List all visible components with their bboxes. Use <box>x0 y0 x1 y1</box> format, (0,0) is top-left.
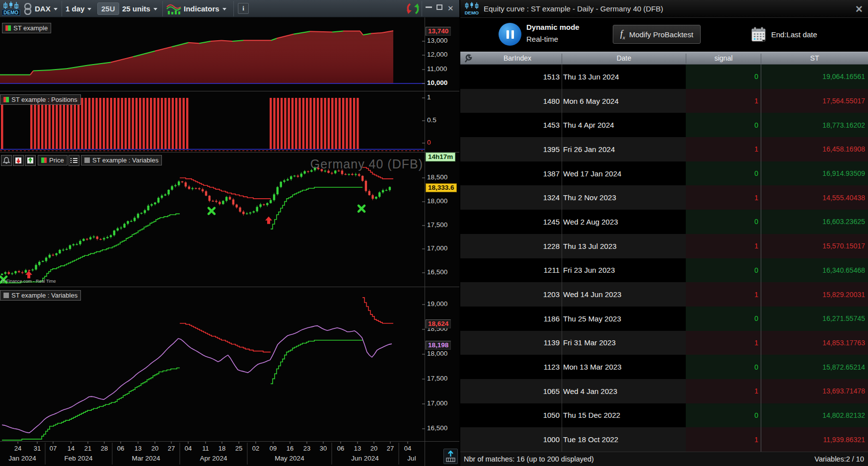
units-dropdown[interactable]: 25 units <box>122 0 157 17</box>
cell-signal[interactable]: 0 <box>686 307 761 331</box>
cell-signal[interactable]: 1 <box>686 89 761 113</box>
cell-signal[interactable]: 1 <box>686 234 761 258</box>
table-row[interactable]: 1123Mon 13 Mar 2023015,872.65214 <box>460 355 868 379</box>
alarm-bell-icon[interactable] <box>1 155 12 166</box>
cell-date[interactable]: Mon 13 Mar 2023 <box>562 355 686 379</box>
pane-positions-label[interactable]: ST example : Positions <box>0 94 81 105</box>
cell-date[interactable]: Wed 14 Jun 2023 <box>562 282 686 307</box>
cell-date[interactable]: Fri 26 Jan 2024 <box>562 137 686 161</box>
cell-barindex[interactable]: 1480 <box>460 89 562 113</box>
cell-signal[interactable]: 0 <box>686 258 761 283</box>
table-row[interactable]: 1453Thu 4 Apr 2024018,773.16202 <box>460 113 868 137</box>
table-header[interactable]: BarIndex Date signal ST <box>460 52 868 65</box>
table-row[interactable]: 1228Thu 13 Jul 2023115,570.15017 <box>460 234 868 258</box>
cell-barindex[interactable]: 1324 <box>460 185 562 210</box>
units-short-button[interactable]: 25U <box>97 2 119 15</box>
table-row[interactable]: 1387Wed 17 Jan 2024016,914.93509 <box>460 161 868 186</box>
indicators-dropdown[interactable]: Indicators <box>184 0 226 17</box>
panel-titlebar[interactable]: DEMO Equity curve : ST example - Daily -… <box>460 0 868 18</box>
cell-signal[interactable]: 1 <box>686 427 761 452</box>
cell-barindex[interactable]: 1139 <box>460 331 562 355</box>
close-button[interactable]: ✕ <box>447 4 454 12</box>
cell-barindex[interactable]: 1186 <box>460 307 562 331</box>
table-row[interactable]: 1000Tue 18 Oct 2022111,939.86321 <box>460 427 868 452</box>
table-row[interactable]: 1395Fri 26 Jan 2024116,458.16908 <box>460 137 868 161</box>
cell-barindex[interactable]: 1245 <box>460 210 562 234</box>
column-header-st[interactable]: ST <box>761 54 868 62</box>
cell-signal[interactable]: 0 <box>686 403 761 428</box>
cell-barindex[interactable]: 1228 <box>460 234 562 258</box>
cell-barindex[interactable]: 1513 <box>460 65 562 89</box>
sell-arrow-icon[interactable] <box>13 155 24 166</box>
chart-canvas[interactable] <box>0 17 459 466</box>
cell-signal[interactable]: 0 <box>686 161 761 186</box>
cell-date[interactable]: Thu 4 Apr 2024 <box>562 113 686 137</box>
cell-st[interactable]: 19,064.16561 <box>761 65 868 89</box>
cell-st[interactable]: 14,802.82132 <box>761 403 868 428</box>
cell-date[interactable]: Thu 2 Nov 2023 <box>562 185 686 210</box>
pane-equity-label[interactable]: ST example <box>2 23 51 33</box>
cell-st[interactable]: 15,570.15017 <box>761 234 868 258</box>
cell-date[interactable]: Wed 17 Jan 2024 <box>562 161 686 186</box>
table-row[interactable]: 1480Mon 6 May 2024117,564.55017 <box>460 89 868 113</box>
cell-st[interactable]: 16,603.23625 <box>761 210 868 234</box>
info-button[interactable]: i <box>238 3 249 14</box>
modify-probacktest-button[interactable]: fx Modify ProBacktest <box>613 25 701 44</box>
cell-st[interactable]: 11,939.86321 <box>761 427 868 452</box>
end-date-control[interactable]: End:Last date <box>751 25 817 44</box>
cell-date[interactable]: Wed 4 Jan 2023 <box>562 379 686 403</box>
cell-barindex[interactable]: 1050 <box>460 403 562 428</box>
cell-date[interactable]: Thu 13 Jul 2023 <box>562 234 686 258</box>
cell-st[interactable]: 16,271.55745 <box>761 307 868 331</box>
table-row[interactable]: 1245Wed 2 Aug 2023016,603.23625 <box>460 210 868 234</box>
close-icon[interactable]: ✕ <box>855 3 863 15</box>
cell-signal[interactable]: 0 <box>686 65 761 89</box>
minimize-button[interactable] <box>426 6 432 8</box>
cell-st[interactable]: 16,340.65468 <box>761 258 868 283</box>
cell-st[interactable]: 18,773.16202 <box>761 113 868 137</box>
cell-signal[interactable]: 0 <box>686 355 761 379</box>
instrument-dropdown[interactable]: DAX <box>35 0 58 17</box>
table-row[interactable]: 1186Thu 25 May 2023016,271.55745 <box>460 307 868 331</box>
cell-signal[interactable]: 1 <box>686 185 761 210</box>
pane-price-variables-label[interactable]: ST example : Variables <box>81 155 162 165</box>
cell-barindex[interactable]: 1395 <box>460 137 562 161</box>
cell-signal[interactable]: 0 <box>686 210 761 234</box>
link-chain-icon[interactable] <box>23 3 32 15</box>
cell-st[interactable]: 15,872.65214 <box>761 355 868 379</box>
timeframe-dropdown[interactable]: 1 day <box>66 0 91 17</box>
restore-panel-button[interactable] <box>443 449 458 464</box>
cell-signal[interactable]: 1 <box>686 282 761 307</box>
cell-barindex[interactable]: 1453 <box>460 113 562 137</box>
cell-barindex[interactable]: 1387 <box>460 161 562 186</box>
cell-st[interactable]: 14,853.17763 <box>761 331 868 355</box>
table-row[interactable]: 1324Thu 2 Nov 2023114,555.40438 <box>460 185 868 210</box>
price-axis-gutter[interactable]: 13,74013,00012,00011,00010,00010.5018,50… <box>425 17 459 466</box>
cell-date[interactable]: Fri 23 Jun 2023 <box>562 258 686 283</box>
cell-barindex[interactable]: 1211 <box>460 258 562 283</box>
cell-signal[interactable]: 0 <box>686 113 761 137</box>
cell-st[interactable]: 17,564.55017 <box>761 89 868 113</box>
pause-button[interactable] <box>499 23 521 46</box>
cell-barindex[interactable]: 1203 <box>460 282 562 307</box>
table-body[interactable]: 1513Thu 13 Jun 2024019,064.165611480Mon … <box>460 65 868 452</box>
cell-barindex[interactable]: 1000 <box>460 427 562 452</box>
pane-price-label[interactable]: Price <box>38 155 68 165</box>
table-row[interactable]: 1050Thu 15 Dec 2022014,802.82132 <box>460 403 868 428</box>
cell-st[interactable]: 14,555.40438 <box>761 185 868 210</box>
cell-signal[interactable]: 1 <box>686 137 761 161</box>
cell-date[interactable]: Mon 6 May 2024 <box>562 89 686 113</box>
pane-variables-label[interactable]: ST example : Variables <box>0 290 81 301</box>
cell-date[interactable]: Wed 2 Aug 2023 <box>562 210 686 234</box>
table-row[interactable]: 1139Fri 31 Mar 2023114,853.17763 <box>460 331 868 355</box>
cell-date[interactable]: Thu 13 Jun 2024 <box>562 65 686 89</box>
cell-signal[interactable]: 1 <box>686 331 761 355</box>
list-icon[interactable] <box>69 155 79 166</box>
cell-st[interactable]: 16,458.16908 <box>761 137 868 161</box>
cell-signal[interactable]: 1 <box>686 379 761 403</box>
cell-barindex[interactable]: 1123 <box>460 355 562 379</box>
cell-barindex[interactable]: 1065 <box>460 379 562 403</box>
cell-date[interactable]: Fri 31 Mar 2023 <box>562 331 686 355</box>
cell-st[interactable]: 15,829.20031 <box>761 282 868 307</box>
refresh-icon[interactable] <box>406 2 420 15</box>
